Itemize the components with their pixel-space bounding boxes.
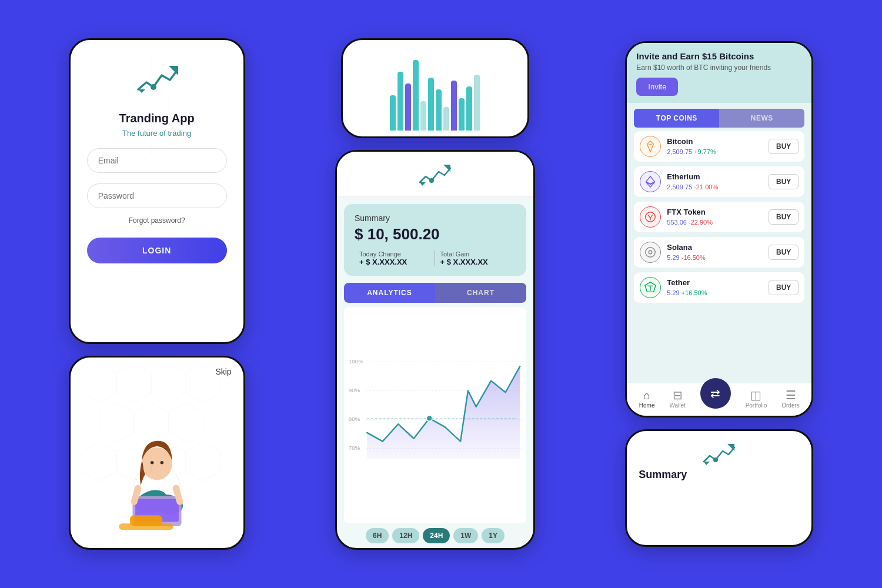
invite-banner: Invite and Earn $15 Bitcoins Earn $10 wo…: [627, 43, 811, 103]
analytics-logo: [417, 163, 453, 189]
tether-price: 5.29: [667, 289, 681, 296]
tab-chart[interactable]: CHART: [435, 283, 526, 303]
login-subtitle: The future of trading: [122, 129, 191, 138]
svg-marker-4: [71, 85, 99, 124]
portfolio-icon: ◫: [750, 389, 761, 401]
svg-marker-50: [647, 141, 654, 152]
svg-marker-19: [99, 403, 134, 442]
svg-marker-3: [186, 46, 220, 85]
svg-text:90%: 90%: [349, 387, 360, 393]
etherium-icon: [640, 171, 661, 192]
svg-marker-17: [151, 363, 186, 403]
forgot-password-link[interactable]: Forgot password?: [129, 216, 185, 225]
nav-exchange-button[interactable]: ⇄: [700, 378, 731, 409]
svg-point-56: [646, 248, 656, 258]
summary-card: Summary $ 10, 500.20 Today Change + $ X.…: [344, 204, 526, 276]
bar-10: [459, 98, 465, 131]
analytics-tabs: ANALYTICS CHART: [344, 283, 526, 303]
invite-title: Invite and Earn $15 Bitcoins: [636, 51, 802, 61]
orders-icon: ☰: [786, 389, 796, 401]
right-column: Invite and Earn $15 Bitcoins Earn $10 wo…: [625, 41, 813, 547]
bitcoin-icon: [640, 136, 661, 157]
svg-text:70%: 70%: [349, 445, 360, 451]
nav-portfolio-label: Portfolio: [746, 402, 767, 409]
bar-9: [451, 81, 457, 131]
main-scene: Tranding App The future of trading Forgo…: [0, 0, 882, 588]
left-column: Tranding App The future of trading Forgo…: [69, 38, 245, 550]
etherium-buy-button[interactable]: BUY: [769, 174, 799, 189]
filter-1y[interactable]: 1Y: [482, 528, 505, 543]
svg-point-57: [649, 250, 653, 254]
bottom-nav: ⌂ Home ⊟ Wallet ⇄ ◫ Portfolio ☰ Orders: [627, 383, 811, 416]
filter-6h[interactable]: 6H: [366, 528, 389, 543]
bitcoin-info: Bitcoin 2,509.75 +9.77%: [667, 137, 769, 156]
nav-orders[interactable]: ☰ Orders: [781, 389, 800, 409]
nav-wallet[interactable]: ⊟ Wallet: [669, 389, 685, 409]
bar-2: [397, 72, 403, 131]
crypto-phone: Invite and Earn $15 Bitcoins Earn $10 wo…: [625, 41, 813, 417]
analytics-header: [337, 152, 533, 197]
etherium-change: -21.00%: [694, 183, 718, 191]
today-change-value: + $ X.XXX.XX: [359, 258, 430, 266]
nav-home[interactable]: ⌂ Home: [639, 389, 655, 409]
tab-top-coins[interactable]: TOP COINS: [634, 109, 719, 128]
crypto-item-solana: Solana 5.29 -16.50% BUY: [634, 237, 804, 268]
tab-analytics[interactable]: ANALYTICS: [344, 283, 435, 303]
bar-12: [474, 75, 480, 131]
svg-marker-38: [443, 165, 450, 172]
svg-text:100%: 100%: [349, 358, 363, 365]
ftx-buy-button[interactable]: BUY: [769, 209, 799, 225]
center-column: Summary $ 10, 500.20 Today Change + $ X.…: [335, 38, 535, 550]
filter-24h[interactable]: 24H: [423, 528, 450, 543]
bar-1: [390, 95, 396, 131]
bar-3: [405, 83, 411, 131]
total-gain-stat: Total Gain + $ X.XXX.XX: [435, 250, 516, 266]
nav-portfolio[interactable]: ◫ Portfolio: [746, 389, 767, 409]
svg-point-39: [429, 178, 434, 183]
password-input[interactable]: [87, 183, 227, 208]
bitcoin-price: 2,509.75: [667, 148, 694, 155]
filter-12h[interactable]: 12H: [392, 528, 419, 543]
invite-button[interactable]: Invite: [636, 78, 678, 96]
tab-news[interactable]: NEWS: [719, 109, 804, 128]
ftx-info: FTX Token 553.06 -22.90%: [667, 208, 769, 227]
nav-home-label: Home: [639, 402, 655, 409]
etherium-name: Etherium: [667, 172, 769, 181]
today-change-stat: Today Change + $ X.XXX.XX: [355, 250, 436, 266]
login-phone: Tranding App The future of trading Forgo…: [69, 38, 245, 344]
tether-change: +16.50%: [681, 289, 707, 296]
svg-point-54: [646, 212, 656, 222]
svg-marker-8: [203, 85, 238, 124]
solana-buy-button[interactable]: BUY: [769, 245, 799, 260]
email-input[interactable]: [87, 148, 227, 173]
svg-text:80%: 80%: [349, 416, 360, 422]
today-change-label: Today Change: [359, 250, 430, 258]
tether-buy-button[interactable]: BUY: [769, 280, 799, 295]
invite-desc: Earn $10 worth of BTC inviting your frie…: [636, 64, 802, 72]
summary-card-label: Summary: [355, 213, 516, 223]
tether-info: Tether 5.29 +16.50%: [667, 278, 769, 298]
filter-1w[interactable]: 1W: [453, 528, 478, 543]
exchange-icon: ⇄: [710, 386, 720, 400]
bitcoin-buy-button[interactable]: BUY: [769, 139, 799, 154]
svg-marker-16: [116, 363, 151, 403]
bitcoin-change: +9.77%: [694, 148, 716, 155]
skip-button[interactable]: Skip: [215, 367, 231, 376]
solana-icon: [640, 242, 661, 263]
nav-wallet-label: Wallet: [669, 402, 685, 409]
summary-bottom-phone: Summary: [625, 429, 813, 547]
solana-info: Solana 5.29 -16.50%: [667, 243, 769, 262]
svg-marker-22: [82, 442, 116, 481]
top-chart-phone: [341, 38, 529, 138]
login-button[interactable]: LOGIN: [87, 238, 227, 263]
summary-stats: Today Change + $ X.XXX.XX Total Gain + $…: [355, 250, 516, 266]
solana-price: 5.29: [667, 254, 681, 261]
total-gain-value: + $ X.XXX.XX: [440, 258, 511, 266]
bar-4: [413, 60, 419, 131]
crypto-item-etherium: Etherium 2,509.75 -21.00% BUY: [634, 166, 804, 197]
bitcoin-name: Bitcoin: [667, 137, 769, 146]
crypto-item-bitcoin: Bitcoin 2,509.75 +9.77% BUY: [634, 131, 804, 162]
svg-marker-24: [151, 442, 186, 481]
tether-icon: [640, 277, 661, 298]
svg-marker-25: [186, 442, 220, 481]
